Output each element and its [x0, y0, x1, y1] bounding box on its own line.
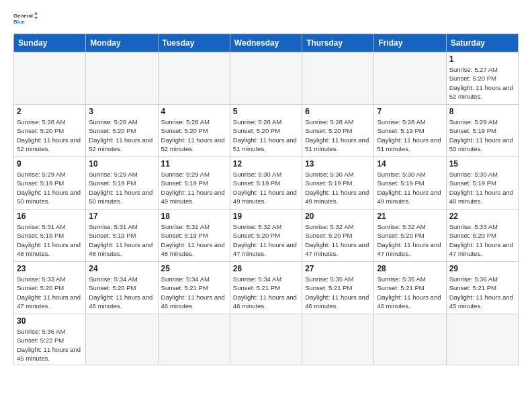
cell-sun-info: Sunrise: 5:34 AMSunset: 5:21 PMDaylight:…	[233, 275, 299, 310]
calendar-table: SundayMondayTuesdayWednesdayThursdayFrid…	[13, 34, 519, 365]
cell-sun-info: Sunrise: 5:36 AMSunset: 5:21 PMDaylight:…	[449, 275, 515, 310]
weekday-header-thursday: Thursday	[302, 34, 374, 52]
day-number: 21	[377, 212, 443, 221]
cell-sun-info: Sunrise: 5:35 AMSunset: 5:21 PMDaylight:…	[305, 275, 371, 310]
cell-sun-info: Sunrise: 5:32 AMSunset: 5:20 PMDaylight:…	[377, 222, 443, 258]
weekday-header-friday: Friday	[374, 34, 446, 52]
calendar-cell	[158, 314, 230, 365]
cell-sun-info: Sunrise: 5:28 AMSunset: 5:20 PMDaylight:…	[17, 118, 83, 153]
weekday-header-tuesday: Tuesday	[158, 34, 230, 52]
day-number: 1	[449, 54, 515, 64]
day-number: 26	[233, 264, 299, 273]
day-number: 30	[17, 316, 83, 326]
weekday-header-wednesday: Wednesday	[230, 34, 302, 52]
day-number: 22	[449, 212, 515, 221]
calendar-cell: 25Sunrise: 5:34 AMSunset: 5:21 PMDayligh…	[158, 262, 230, 314]
svg-text:Blue: Blue	[13, 19, 26, 25]
day-number: 12	[233, 159, 299, 169]
calendar-cell: 2Sunrise: 5:28 AMSunset: 5:20 PMDaylight…	[14, 105, 86, 157]
calendar-cell: 7Sunrise: 5:28 AMSunset: 5:19 PMDaylight…	[374, 105, 446, 157]
cell-sun-info: Sunrise: 5:28 AMSunset: 5:20 PMDaylight:…	[161, 118, 227, 153]
day-number: 15	[449, 159, 515, 169]
cell-sun-info: Sunrise: 5:31 AMSunset: 5:19 PMDaylight:…	[17, 222, 83, 258]
calendar-cell	[230, 52, 302, 105]
day-number: 5	[233, 107, 299, 116]
calendar-cell: 15Sunrise: 5:30 AMSunset: 5:19 PMDayligh…	[446, 157, 518, 210]
calendar-cell	[86, 314, 158, 365]
day-number: 29	[449, 264, 515, 273]
calendar-week-row: 30Sunrise: 5:36 AMSunset: 5:22 PMDayligh…	[14, 314, 519, 365]
calendar-cell: 5Sunrise: 5:28 AMSunset: 5:20 PMDaylight…	[230, 105, 302, 157]
calendar-cell: 12Sunrise: 5:30 AMSunset: 5:19 PMDayligh…	[230, 157, 302, 210]
calendar-week-row: 23Sunrise: 5:33 AMSunset: 5:20 PMDayligh…	[14, 262, 519, 314]
cell-sun-info: Sunrise: 5:29 AMSunset: 5:19 PMDaylight:…	[17, 170, 83, 205]
calendar-cell: 14Sunrise: 5:30 AMSunset: 5:19 PMDayligh…	[374, 157, 446, 210]
weekday-header-monday: Monday	[86, 34, 158, 52]
cell-sun-info: Sunrise: 5:31 AMSunset: 5:19 PMDaylight:…	[89, 222, 154, 258]
calendar-cell	[374, 52, 446, 105]
cell-sun-info: Sunrise: 5:30 AMSunset: 5:19 PMDaylight:…	[377, 170, 443, 205]
cell-sun-info: Sunrise: 5:28 AMSunset: 5:20 PMDaylight:…	[89, 118, 154, 153]
cell-sun-info: Sunrise: 5:30 AMSunset: 5:19 PMDaylight:…	[305, 170, 371, 205]
cell-sun-info: Sunrise: 5:33 AMSunset: 5:20 PMDaylight:…	[449, 222, 515, 258]
calendar-cell	[14, 52, 86, 105]
calendar-cell: 8Sunrise: 5:29 AMSunset: 5:19 PMDaylight…	[446, 105, 518, 157]
svg-marker-3	[34, 17, 38, 19]
cell-sun-info: Sunrise: 5:32 AMSunset: 5:20 PMDaylight:…	[305, 222, 371, 258]
calendar-cell: 13Sunrise: 5:30 AMSunset: 5:19 PMDayligh…	[302, 157, 374, 210]
calendar-cell: 9Sunrise: 5:29 AMSunset: 5:19 PMDaylight…	[14, 157, 86, 210]
cell-sun-info: Sunrise: 5:30 AMSunset: 5:19 PMDaylight:…	[449, 170, 515, 205]
calendar-cell: 24Sunrise: 5:34 AMSunset: 5:20 PMDayligh…	[86, 262, 158, 314]
cell-sun-info: Sunrise: 5:28 AMSunset: 5:20 PMDaylight:…	[233, 118, 299, 153]
calendar-cell: 16Sunrise: 5:31 AMSunset: 5:19 PMDayligh…	[14, 210, 86, 262]
calendar-cell	[158, 52, 230, 105]
weekday-header-row: SundayMondayTuesdayWednesdayThursdayFrid…	[14, 34, 519, 52]
day-number: 23	[17, 264, 83, 273]
day-number: 6	[305, 107, 371, 116]
calendar-week-row: 2Sunrise: 5:28 AMSunset: 5:20 PMDaylight…	[14, 105, 519, 157]
calendar-cell: 20Sunrise: 5:32 AMSunset: 5:20 PMDayligh…	[302, 210, 374, 262]
day-number: 16	[17, 212, 83, 221]
cell-sun-info: Sunrise: 5:28 AMSunset: 5:19 PMDaylight:…	[377, 118, 443, 153]
cell-sun-info: Sunrise: 5:32 AMSunset: 5:20 PMDaylight:…	[233, 222, 299, 258]
day-number: 10	[89, 159, 154, 169]
day-number: 4	[161, 107, 227, 116]
cell-sun-info: Sunrise: 5:33 AMSunset: 5:20 PMDaylight:…	[17, 275, 83, 310]
generalblue-logo-icon: General Blue	[13, 11, 38, 27]
day-number: 24	[89, 264, 154, 273]
day-number: 28	[377, 264, 443, 273]
calendar-cell: 3Sunrise: 5:28 AMSunset: 5:20 PMDaylight…	[86, 105, 158, 157]
day-number: 27	[305, 264, 371, 273]
cell-sun-info: Sunrise: 5:36 AMSunset: 5:22 PMDaylight:…	[17, 327, 83, 363]
cell-sun-info: Sunrise: 5:29 AMSunset: 5:19 PMDaylight:…	[449, 118, 515, 153]
calendar-cell: 26Sunrise: 5:34 AMSunset: 5:21 PMDayligh…	[230, 262, 302, 314]
calendar-cell: 28Sunrise: 5:35 AMSunset: 5:21 PMDayligh…	[374, 262, 446, 314]
logo-area: General Blue	[13, 11, 38, 28]
calendar-week-row: 1Sunrise: 5:27 AMSunset: 5:20 PMDaylight…	[14, 52, 519, 105]
calendar-cell: 19Sunrise: 5:32 AMSunset: 5:20 PMDayligh…	[230, 210, 302, 262]
cell-sun-info: Sunrise: 5:35 AMSunset: 5:21 PMDaylight:…	[377, 275, 443, 310]
calendar-cell: 1Sunrise: 5:27 AMSunset: 5:20 PMDaylight…	[446, 52, 518, 105]
calendar-cell: 11Sunrise: 5:29 AMSunset: 5:19 PMDayligh…	[158, 157, 230, 210]
day-number: 17	[89, 212, 154, 221]
cell-sun-info: Sunrise: 5:34 AMSunset: 5:21 PMDaylight:…	[161, 275, 227, 310]
calendar-cell	[86, 52, 158, 105]
calendar-cell	[302, 52, 374, 105]
calendar-week-row: 16Sunrise: 5:31 AMSunset: 5:19 PMDayligh…	[14, 210, 519, 262]
day-number: 3	[89, 107, 154, 116]
cell-sun-info: Sunrise: 5:28 AMSunset: 5:20 PMDaylight:…	[305, 118, 371, 153]
cell-sun-info: Sunrise: 5:31 AMSunset: 5:19 PMDaylight:…	[161, 222, 227, 258]
calendar-cell: 23Sunrise: 5:33 AMSunset: 5:20 PMDayligh…	[14, 262, 86, 314]
day-number: 25	[161, 264, 227, 273]
calendar-cell: 17Sunrise: 5:31 AMSunset: 5:19 PMDayligh…	[86, 210, 158, 262]
calendar-cell	[230, 314, 302, 365]
calendar-cell: 4Sunrise: 5:28 AMSunset: 5:20 PMDaylight…	[158, 105, 230, 157]
day-number: 7	[377, 107, 443, 116]
cell-sun-info: Sunrise: 5:30 AMSunset: 5:19 PMDaylight:…	[233, 170, 299, 205]
calendar-cell: 27Sunrise: 5:35 AMSunset: 5:21 PMDayligh…	[302, 262, 374, 314]
calendar-cell: 10Sunrise: 5:29 AMSunset: 5:19 PMDayligh…	[86, 157, 158, 210]
calendar-cell: 18Sunrise: 5:31 AMSunset: 5:19 PMDayligh…	[158, 210, 230, 262]
day-number: 18	[161, 212, 227, 221]
calendar-cell	[374, 314, 446, 365]
svg-text:General: General	[13, 13, 33, 19]
